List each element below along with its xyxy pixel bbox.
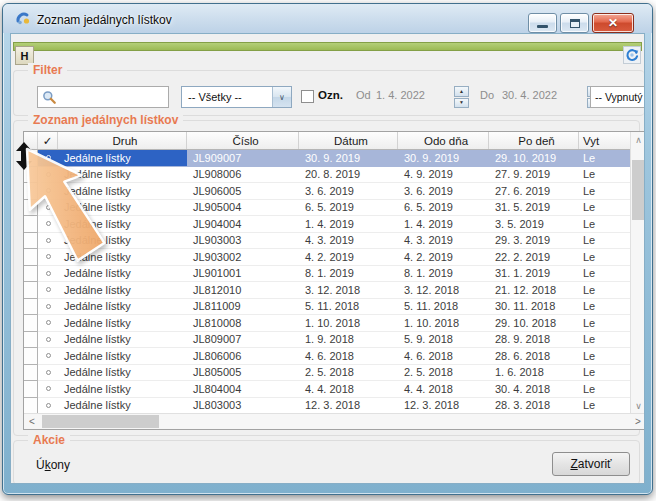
status-dropdown[interactable]: -- Vypnutý -- bbox=[590, 86, 645, 108]
cell-po[interactable]: 30. 11. 2018 bbox=[489, 299, 579, 316]
row-check-cell[interactable] bbox=[38, 381, 58, 398]
cell-druh[interactable]: Jedálne lístky bbox=[58, 381, 187, 398]
spinner-up-icon[interactable]: ▲ bbox=[454, 86, 469, 97]
table-row[interactable]: Jedálne lístkyJL9030034. 3. 20194. 3. 20… bbox=[24, 233, 632, 250]
row-check-cell[interactable] bbox=[38, 282, 58, 299]
cell-vyt[interactable]: Le bbox=[579, 150, 632, 167]
table-row[interactable]: Jedálne lístkyJL9050046. 5. 20196. 5. 20… bbox=[24, 200, 632, 217]
cell-cislo[interactable]: JL810008 bbox=[187, 315, 299, 332]
date-from-value[interactable]: 1. 4. 2022 bbox=[376, 89, 425, 101]
row-check-cell[interactable] bbox=[38, 315, 58, 332]
cell-po[interactable]: 30. 4. 2018 bbox=[489, 381, 579, 398]
cell-druh[interactable]: Jedálne lístky bbox=[58, 299, 187, 316]
cell-po[interactable]: 28. 3. 2018 bbox=[489, 398, 579, 415]
cell-vyt[interactable]: Le bbox=[579, 365, 632, 382]
cell-cislo[interactable]: JL906005 bbox=[187, 183, 299, 200]
scroll-down-icon[interactable]: ∨ bbox=[631, 398, 645, 414]
table-row[interactable]: Jedálne lístkyJL8120103. 12. 20183. 12. … bbox=[24, 282, 632, 299]
row-indicator-cell[interactable] bbox=[24, 282, 38, 299]
header-cislo[interactable]: Číslo bbox=[187, 132, 299, 149]
cell-datum[interactable]: 1. 9. 2018 bbox=[299, 332, 398, 349]
table-row[interactable]: Jedálne lístkyJL8100081. 10. 20181. 10. … bbox=[24, 315, 632, 332]
cell-cislo[interactable]: JL805005 bbox=[187, 365, 299, 382]
cell-po[interactable]: 28. 6. 2018 bbox=[489, 348, 579, 365]
table-row[interactable]: Jedálne lístkyJL8110095. 11. 20185. 11. … bbox=[24, 299, 632, 316]
row-check-cell[interactable] bbox=[38, 299, 58, 316]
row-indicator-cell[interactable] bbox=[24, 365, 38, 382]
row-indicator-cell[interactable] bbox=[24, 348, 38, 365]
table-row[interactable]: Jedálne lístkyJL90900730. 9. 201930. 9. … bbox=[24, 150, 632, 167]
cell-cislo[interactable]: JL904004 bbox=[187, 216, 299, 233]
refresh-button[interactable] bbox=[623, 46, 641, 64]
ukony-menu-button[interactable]: Úkony bbox=[36, 458, 70, 472]
cell-odo[interactable]: 4. 3. 2019 bbox=[398, 233, 489, 250]
cell-vyt[interactable]: Le bbox=[579, 398, 632, 415]
cell-odo[interactable]: 5. 11. 2018 bbox=[398, 299, 489, 316]
cell-odo[interactable]: 3. 12. 2018 bbox=[398, 282, 489, 299]
row-check-cell[interactable] bbox=[38, 348, 58, 365]
table-row[interactable]: Jedálne lístkyJL90800620. 8. 20194. 9. 2… bbox=[24, 167, 632, 184]
cell-datum[interactable]: 2. 5. 2018 bbox=[299, 365, 398, 382]
cell-vyt[interactable]: Le bbox=[579, 381, 632, 398]
marked-checkbox[interactable] bbox=[301, 90, 314, 103]
cell-po[interactable]: 1. 6. 2018 bbox=[489, 365, 579, 382]
cell-po[interactable]: 31. 1. 2019 bbox=[489, 266, 579, 283]
cell-datum[interactable]: 8. 1. 2019 bbox=[299, 266, 398, 283]
cell-datum[interactable]: 12. 3. 2018 bbox=[299, 398, 398, 415]
cell-vyt[interactable]: Le bbox=[579, 332, 632, 349]
header-datum[interactable]: Dátum bbox=[299, 132, 398, 149]
cell-po[interactable]: 27. 6. 2019 bbox=[489, 183, 579, 200]
cell-vyt[interactable]: Le bbox=[579, 348, 632, 365]
table-row[interactable]: Jedálne lístkyJL80300312. 3. 201812. 3. … bbox=[24, 398, 632, 415]
cell-datum[interactable]: 6. 5. 2019 bbox=[299, 200, 398, 217]
cell-cislo[interactable]: JL811009 bbox=[187, 299, 299, 316]
row-check-cell[interactable] bbox=[38, 332, 58, 349]
close-button[interactable]: ✕ bbox=[592, 13, 634, 33]
cell-odo[interactable]: 12. 3. 2018 bbox=[398, 398, 489, 415]
cell-cislo[interactable]: JL909007 bbox=[187, 150, 299, 167]
cell-cislo[interactable]: JL804004 bbox=[187, 381, 299, 398]
minimize-button[interactable] bbox=[528, 13, 557, 33]
search-input[interactable] bbox=[57, 88, 168, 106]
zatvorit-button[interactable]: Zatvoriť bbox=[552, 452, 630, 476]
cell-datum[interactable]: 4. 4. 2018 bbox=[299, 381, 398, 398]
table-row[interactable]: Jedálne lístkyJL8090071. 9. 20185. 9. 20… bbox=[24, 332, 632, 349]
cell-datum[interactable]: 4. 6. 2018 bbox=[299, 348, 398, 365]
cell-datum[interactable]: 3. 12. 2018 bbox=[299, 282, 398, 299]
cell-vyt[interactable]: Le bbox=[579, 200, 632, 217]
row-check-cell[interactable] bbox=[38, 365, 58, 382]
cell-cislo[interactable]: JL901001 bbox=[187, 266, 299, 283]
cell-odo[interactable]: 4. 9. 2019 bbox=[398, 167, 489, 184]
table-row[interactable]: Jedálne lístkyJL9040041. 4. 20191. 4. 20… bbox=[24, 216, 632, 233]
cell-po[interactable]: 29. 10. 2018 bbox=[489, 315, 579, 332]
table-row[interactable]: Jedálne lístkyJL9010018. 1. 20198. 1. 20… bbox=[24, 266, 632, 283]
cell-odo[interactable]: 3. 6. 2019 bbox=[398, 183, 489, 200]
cell-datum[interactable]: 5. 11. 2018 bbox=[299, 299, 398, 316]
cell-vyt[interactable]: Le bbox=[579, 299, 632, 316]
row-indicator-cell[interactable] bbox=[24, 398, 38, 415]
cell-datum[interactable]: 1. 10. 2018 bbox=[299, 315, 398, 332]
cell-druh[interactable]: Jedálne lístky bbox=[58, 348, 187, 365]
cell-cislo[interactable]: JL806006 bbox=[187, 348, 299, 365]
horizontal-scroll-thumb[interactable] bbox=[42, 415, 159, 428]
cell-datum[interactable]: 30. 9. 2019 bbox=[299, 150, 398, 167]
cell-cislo[interactable]: JL905004 bbox=[187, 200, 299, 217]
cell-cislo[interactable]: JL903002 bbox=[187, 249, 299, 266]
title-bar[interactable]: Zoznam jedálnych lístkov ✕ bbox=[3, 4, 652, 33]
table-row[interactable]: Jedálne lístkyJL8040044. 4. 20184. 4. 20… bbox=[24, 381, 632, 398]
maximize-button[interactable] bbox=[560, 13, 589, 33]
cell-odo[interactable]: 4. 2. 2019 bbox=[398, 249, 489, 266]
cell-vyt[interactable]: Le bbox=[579, 266, 632, 283]
cell-odo[interactable]: 6. 5. 2019 bbox=[398, 200, 489, 217]
cell-odo[interactable]: 8. 1. 2019 bbox=[398, 266, 489, 283]
cell-po[interactable]: 3. 5. 2019 bbox=[489, 216, 579, 233]
cell-vyt[interactable]: Le bbox=[579, 183, 632, 200]
cell-vyt[interactable]: Le bbox=[579, 282, 632, 299]
cell-po[interactable]: 31. 5. 2019 bbox=[489, 200, 579, 217]
vertical-scroll-thumb[interactable] bbox=[632, 160, 645, 220]
cell-vyt[interactable]: Le bbox=[579, 216, 632, 233]
cell-odo[interactable]: 30. 9. 2019 bbox=[398, 150, 489, 167]
cell-vyt[interactable]: Le bbox=[579, 315, 632, 332]
cell-druh[interactable]: Jedálne lístky bbox=[58, 398, 187, 415]
row-indicator-cell[interactable] bbox=[24, 299, 38, 316]
